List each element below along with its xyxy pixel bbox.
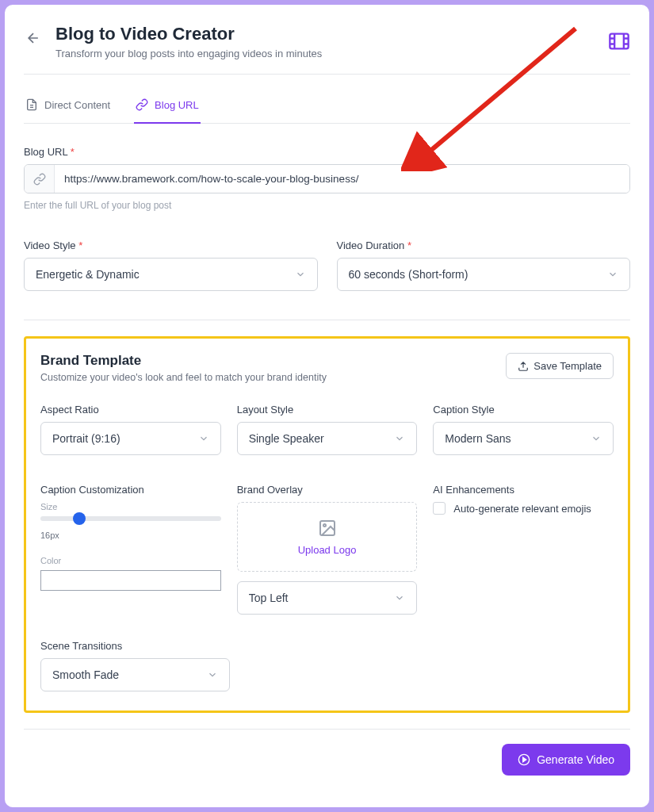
back-button[interactable] <box>24 29 43 48</box>
blog-url-input[interactable] <box>55 165 629 193</box>
caption-custom-label: Caption Customization <box>40 484 221 496</box>
brand-overlay-label: Brand Overlay <box>237 484 418 496</box>
blog-url-label: Blog URL * <box>24 146 630 158</box>
brand-subtitle: Customize your video's look and feel to … <box>40 372 327 383</box>
caption-style-label: Caption Style <box>433 404 614 416</box>
tab-direct-content[interactable]: Direct Content <box>24 90 112 124</box>
image-icon <box>318 519 337 538</box>
chevron-down-icon <box>207 669 218 680</box>
video-duration-select[interactable]: 60 seconds (Short-form) <box>337 258 631 291</box>
layout-style-select[interactable]: Single Speaker <box>237 422 418 455</box>
chevron-down-icon <box>394 592 405 603</box>
caption-style-select[interactable]: Modern Sans <box>433 422 614 455</box>
chevron-down-icon <box>198 433 209 444</box>
video-duration-label: Video Duration * <box>337 239 631 251</box>
scene-transitions-select[interactable]: Smooth Fade <box>40 658 230 691</box>
link-icon <box>136 98 148 111</box>
brand-template-section: Brand Template Customize your video's lo… <box>24 336 630 713</box>
chevron-down-icon <box>591 433 602 444</box>
emojis-checkbox[interactable] <box>433 502 446 515</box>
svg-point-4 <box>323 524 326 527</box>
overlay-position-select[interactable]: Top Left <box>237 581 418 615</box>
link-icon <box>25 165 55 193</box>
layout-style-label: Layout Style <box>237 404 418 416</box>
upload-logo-area[interactable]: Upload Logo <box>237 502 418 572</box>
video-style-label: Video Style * <box>24 239 318 251</box>
document-icon <box>25 98 38 111</box>
brand-title: Brand Template <box>40 353 327 369</box>
caption-size-slider[interactable] <box>40 516 221 521</box>
video-icon <box>608 30 630 52</box>
svg-rect-2 <box>610 34 628 49</box>
aspect-ratio-label: Aspect Ratio <box>40 404 221 416</box>
svg-marker-6 <box>523 757 526 761</box>
upload-logo-text: Upload Logo <box>298 544 357 556</box>
size-value: 16px <box>40 530 59 540</box>
play-icon <box>518 753 530 766</box>
video-style-select[interactable]: Energetic & Dynamic <box>24 258 318 291</box>
color-label: Color <box>40 556 221 565</box>
generate-video-button[interactable]: Generate Video <box>502 744 630 776</box>
page-subtitle: Transform your blog posts into engaging … <box>55 48 595 59</box>
caption-color-picker[interactable] <box>40 570 221 591</box>
ai-enhancements-label: AI Enhancements <box>433 484 614 496</box>
slider-thumb[interactable] <box>73 512 86 525</box>
chevron-down-icon <box>295 269 306 280</box>
scene-transitions-label: Scene Transitions <box>40 640 614 652</box>
tab-blog-url[interactable]: Blog URL <box>134 90 201 124</box>
aspect-ratio-select[interactable]: Portrait (9:16) <box>40 422 221 455</box>
blog-url-help: Enter the full URL of your blog post <box>24 200 630 211</box>
save-template-button[interactable]: Save Template <box>506 353 614 379</box>
page-title: Blog to Video Creator <box>55 24 595 44</box>
chevron-down-icon <box>607 269 618 280</box>
chevron-down-icon <box>394 433 405 444</box>
size-label: Size <box>40 502 221 511</box>
save-icon <box>518 361 529 372</box>
emojis-label: Auto-generate relevant emojis <box>453 503 591 515</box>
